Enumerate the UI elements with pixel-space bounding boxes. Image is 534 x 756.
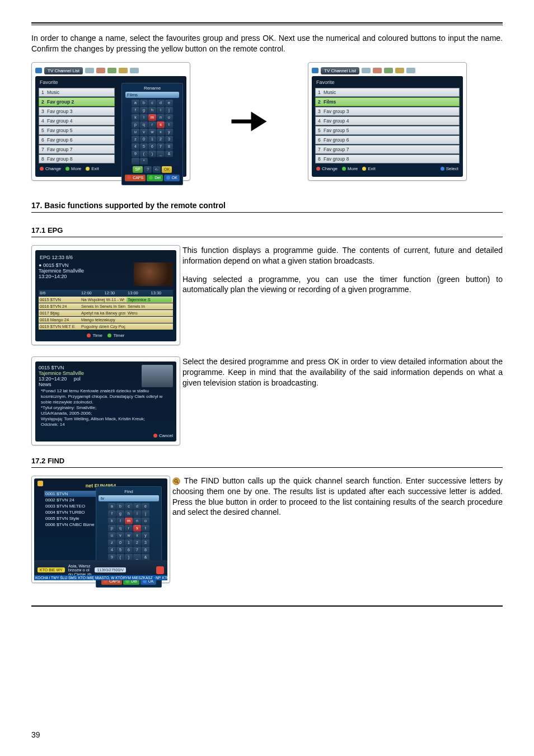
keypad-key[interactable]: x — [157, 129, 165, 135]
keypad-key[interactable]: 6 — [148, 143, 156, 150]
keypad-key[interactable]: y — [142, 532, 149, 539]
keypad-key[interactable]: a — [132, 100, 139, 106]
caps-chip[interactable]: CAPS — [125, 175, 146, 181]
epg-row[interactable]: 0018 Mango 24Mango telezakupy — [39, 317, 173, 323]
keypad-key[interactable]: i — [157, 107, 165, 114]
keypad-key[interactable]: 5 — [116, 547, 124, 553]
keypad-key[interactable]: 9 — [132, 151, 139, 157]
keypad-key[interactable]: ( — [140, 151, 148, 157]
keypad-key[interactable]: r — [125, 525, 133, 532]
keypad-key[interactable]: k — [108, 518, 116, 524]
keypad-key[interactable]: n — [157, 114, 165, 121]
fav-row[interactable]: 8Fav group 8 — [315, 154, 460, 163]
keypad-key[interactable]: 7 — [133, 547, 141, 553]
epg-row[interactable]: 0019 $TVN MET EPogodny dzień Czy Pogodny… — [39, 323, 173, 330]
keypad-key[interactable]: o — [142, 518, 149, 524]
del-chip[interactable]: Del — [147, 175, 163, 181]
keypad-key[interactable]: j — [165, 107, 173, 114]
fav-row[interactable]: 2Films — [315, 97, 460, 106]
keypad-key[interactable]: * — [140, 158, 148, 165]
key-ok[interactable]: OK — [162, 166, 172, 173]
keypad-key[interactable]: a — [108, 503, 116, 510]
fav-row[interactable]: 3Fav group 3 — [39, 107, 115, 116]
keypad-key[interactable]: & — [165, 151, 173, 157]
fav-row[interactable]: 7Fav group 7 — [39, 145, 115, 154]
keypad-key[interactable]: j — [142, 510, 149, 517]
keypad-key[interactable]: 5 — [140, 143, 148, 150]
keypad-key[interactable]: t — [165, 121, 173, 128]
keypad-key[interactable]: g — [116, 510, 124, 517]
keypad-key[interactable]: 2 — [157, 136, 165, 143]
epg-row[interactable]: 0015 $TVNNa Wspólnej W-11 - WydzTajemnic… — [39, 297, 173, 303]
keypad-key[interactable]: 4 — [132, 143, 139, 150]
keypad-key[interactable]: k — [132, 114, 139, 121]
keypad-key[interactable]: 0 — [140, 136, 148, 143]
fav-row[interactable]: 1Music — [315, 88, 460, 97]
keypad-key[interactable]: x — [133, 532, 141, 539]
keypad-key[interactable]: i — [133, 510, 141, 517]
keypad-key[interactable]: m — [148, 114, 156, 121]
fav-row[interactable]: 4Fav group 4 — [39, 116, 115, 125]
keypad-key[interactable]: r — [148, 121, 156, 128]
rename-input[interactable]: Films — [125, 92, 179, 98]
fav-row[interactable]: 2Fav group 2 — [39, 97, 115, 106]
keypad-key[interactable]: f — [108, 510, 116, 517]
fav-row[interactable]: 8Fav group 8 — [39, 154, 115, 163]
keypad-key[interactable]: p — [108, 525, 116, 532]
keypad-key[interactable]: f — [132, 107, 139, 114]
keypad-key[interactable]: ) — [148, 151, 156, 157]
keypad-key[interactable] — [132, 158, 139, 165]
keypad-key[interactable]: h — [148, 107, 156, 114]
keypad-key[interactable]: v — [140, 129, 148, 135]
keypad-key[interactable]: b — [116, 503, 124, 510]
keypad-key[interactable]: v — [116, 532, 124, 539]
keypad-key[interactable]: 4 — [108, 547, 116, 553]
epg-row[interactable]: 0016 $TVN 24Serwis In Serwis In Serwis I… — [39, 303, 173, 309]
key-back[interactable]: <- — [153, 166, 161, 173]
keypad-key[interactable]: s — [133, 525, 141, 532]
keypad-key[interactable]: 2 — [133, 539, 141, 546]
keypad-key[interactable]: d — [157, 100, 165, 106]
key-sp[interactable]: SP — [133, 166, 143, 173]
keypad-key[interactable]: 3 — [165, 136, 173, 143]
epg-row[interactable]: 0017 $tjagApetyt na ka Barwy grzechuWero — [39, 310, 173, 316]
find-input[interactable]: tv — [99, 495, 159, 501]
keypad-key[interactable]: u — [132, 129, 139, 135]
keypad-key[interactable]: _ — [157, 151, 165, 157]
keypad-key[interactable]: n — [133, 518, 141, 524]
keypad-key[interactable]: e — [165, 100, 173, 106]
keypad-key[interactable]: d — [133, 503, 141, 510]
keypad-key[interactable]: l — [140, 114, 148, 121]
keypad-key[interactable]: b — [140, 100, 148, 106]
keypad-key[interactable]: m — [125, 518, 133, 524]
keypad-key[interactable]: z — [132, 136, 139, 143]
keypad-key[interactable]: 3 — [142, 539, 149, 546]
keypad-key[interactable]: s — [157, 121, 165, 128]
fav-row[interactable]: 4Fav group 4 — [315, 116, 460, 125]
keypad-key[interactable]: g — [140, 107, 148, 114]
keypad-key[interactable]: c — [125, 503, 133, 510]
fav-row[interactable]: 5Fav group 5 — [39, 126, 115, 135]
keypad-key[interactable]: 1 — [148, 136, 156, 143]
fav-row[interactable]: 6Fav group 6 — [39, 135, 115, 144]
fav-row[interactable]: 1Music — [39, 88, 115, 97]
fav-row[interactable]: 7Fav group 7 — [315, 145, 460, 154]
keypad-key[interactable]: 8 — [165, 143, 173, 150]
keypad-key[interactable]: t — [142, 525, 149, 532]
keypad-key[interactable]: c — [148, 100, 156, 106]
fav-row[interactable]: 3Fav group 3 — [315, 107, 460, 116]
keypad-key[interactable]: 6 — [125, 547, 133, 553]
key-q[interactable]: ? — [144, 166, 152, 173]
fav-row[interactable]: 6Fav group 6 — [315, 135, 460, 144]
keypad-key[interactable]: 8 — [142, 547, 149, 553]
keypad-key[interactable]: o — [165, 114, 173, 121]
keypad-key[interactable]: q — [140, 121, 148, 128]
detail-cancel[interactable]: Cancel — [153, 433, 173, 438]
keypad-key[interactable]: 0 — [116, 539, 124, 546]
keypad-key[interactable]: p — [132, 121, 139, 128]
keypad-key[interactable]: l — [116, 518, 124, 524]
keypad-key[interactable]: 1 — [125, 539, 133, 546]
fav-row[interactable]: 5Fav group 5 — [315, 126, 460, 135]
keypad-key[interactable]: y — [165, 129, 173, 135]
keypad-key[interactable]: w — [125, 532, 133, 539]
